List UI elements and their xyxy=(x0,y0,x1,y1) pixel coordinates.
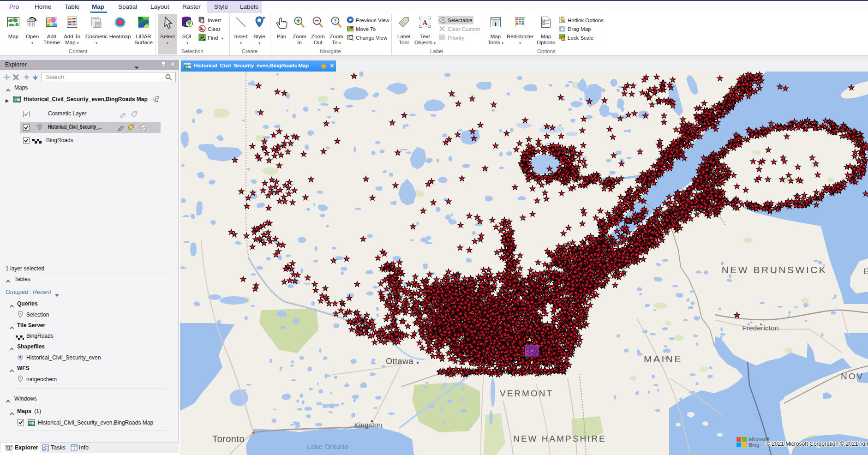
svg-text:?: ? xyxy=(334,18,337,24)
svg-text:NOV: NOV xyxy=(841,371,864,381)
svg-text:Bing: Bing xyxy=(749,442,759,448)
svg-text:E: E xyxy=(863,267,868,276)
svg-text:MAINE: MAINE xyxy=(644,353,682,364)
svg-text:A: A xyxy=(423,19,428,26)
svg-text:Lake Ontario: Lake Ontario xyxy=(307,443,348,450)
svg-text:NEW HAMPSHIRE: NEW HAMPSHIRE xyxy=(513,434,606,443)
svg-text:Kingston: Kingston xyxy=(354,421,383,429)
svg-text:NEW BRUNSWICK: NEW BRUNSWICK xyxy=(722,264,827,275)
svg-text:© 2021 Microsoft Corporation ©: © 2021 Microsoft Corporation © 2021 Tom xyxy=(766,441,868,447)
svg-text:VERMONT: VERMONT xyxy=(500,389,553,398)
svg-text:Toronto: Toronto xyxy=(212,434,245,444)
svg-text:Ottawa: Ottawa xyxy=(386,357,414,366)
svg-text:i: i xyxy=(495,21,497,27)
